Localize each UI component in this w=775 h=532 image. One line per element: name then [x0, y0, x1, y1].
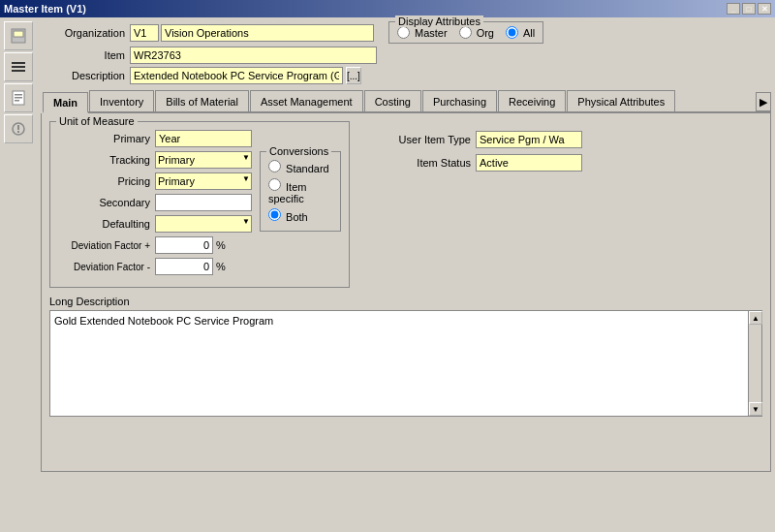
window-title: Master Item (V1): [4, 3, 86, 15]
user-item-type-label: User Item Type: [388, 134, 476, 145]
radio-org-label: Org: [477, 27, 494, 39]
item-status-row: Item Status: [388, 154, 582, 172]
uom-legend: Unit of Measure: [56, 115, 138, 127]
svg-rect-1: [14, 31, 23, 37]
svg-rect-4: [12, 70, 25, 72]
svg-rect-3: [12, 66, 25, 68]
desc-input[interactable]: [130, 67, 343, 84]
display-attrs-legend: Display Attributes: [395, 16, 483, 27]
secondary-input[interactable]: [155, 194, 252, 211]
radio-master-group: Master: [397, 26, 448, 39]
tab-receiving[interactable]: Receiving: [498, 90, 566, 111]
tab-purchasing[interactable]: Purchasing: [422, 90, 497, 111]
tab-asset-mgmt[interactable]: Asset Management: [250, 90, 363, 111]
toolbar-btn-2[interactable]: [4, 52, 33, 81]
dev-plus-row: Deviation Factor + %: [58, 236, 252, 254]
radio-both[interactable]: [268, 208, 281, 221]
svg-rect-11: [17, 131, 19, 133]
primary-input[interactable]: [155, 130, 252, 147]
tab-inventory[interactable]: Inventory: [89, 90, 154, 111]
dev-minus-row: Deviation Factor - %: [58, 258, 252, 275]
restore-btn[interactable]: □: [742, 3, 756, 15]
item-input[interactable]: [130, 47, 377, 64]
desc-label: Description: [43, 70, 130, 81]
radio-master[interactable]: [397, 26, 410, 39]
toolbar: [4, 21, 39, 143]
long-desc-text[interactable]: Gold Extended Notebook PC Service Progra…: [50, 311, 748, 416]
long-desc-label: Long Description: [49, 296, 762, 307]
secondary-label: Secondary: [58, 197, 155, 208]
radio-both-label: Both: [286, 211, 308, 223]
scrollbar-vertical[interactable]: ▲ ▼: [748, 311, 761, 416]
item-status-label: Item Status: [388, 157, 476, 169]
defaulting-row: Defaulting: [58, 215, 252, 233]
user-item-type-input[interactable]: [476, 131, 582, 148]
uom-box: Unit of Measure Primary Tracking: [49, 121, 350, 288]
item-label: Item: [43, 49, 130, 61]
tab-main[interactable]: Main: [43, 92, 88, 113]
user-item-type-row: User Item Type: [388, 131, 582, 148]
radio-item-specific[interactable]: [268, 178, 281, 191]
conversions-box: Conversions Standard Item specific: [260, 151, 341, 232]
radio-standard[interactable]: [268, 160, 281, 172]
radio-all[interactable]: [506, 26, 518, 39]
tracking-label: Tracking: [58, 154, 155, 166]
dev-minus-input[interactable]: [155, 258, 213, 275]
dev-plus-label: Deviation Factor +: [58, 240, 155, 251]
conv-item-specific-row: Item specific: [268, 178, 332, 204]
item-status-input[interactable]: [476, 154, 582, 172]
conv-both-row: Both: [268, 208, 332, 223]
defaulting-select-wrapper[interactable]: [155, 215, 252, 233]
conv-standard-row: Standard: [268, 160, 332, 174]
tabs-container: Main Inventory Bills of Material Asset M…: [43, 90, 771, 113]
svg-rect-7: [15, 97, 22, 99]
toolbar-btn-4[interactable]: [4, 114, 33, 143]
title-bar: Master Item (V1) _ □ ✕: [0, 0, 775, 17]
org-row: Organization Display Attributes Master O…: [43, 21, 771, 44]
defaulting-select[interactable]: [155, 215, 252, 233]
dev-plus-percent: %: [216, 239, 226, 251]
tracking-select-wrapper[interactable]: Primary: [155, 151, 252, 169]
pricing-label: Pricing: [58, 175, 155, 187]
tracking-select[interactable]: Primary: [155, 151, 252, 169]
tracking-row: Tracking Primary: [58, 151, 252, 169]
tab-physical[interactable]: Physical Attributes: [567, 90, 675, 111]
radio-all-group: All: [506, 26, 535, 39]
close-btn[interactable]: ✕: [758, 3, 771, 15]
long-desc-container: Gold Extended Notebook PC Service Progra…: [49, 310, 762, 417]
dev-minus-label: Deviation Factor -: [58, 262, 155, 272]
pricing-select[interactable]: Primary: [155, 172, 252, 190]
dev-minus-percent: %: [216, 261, 226, 272]
conversions-legend: Conversions: [266, 145, 331, 157]
scroll-up-btn[interactable]: ▲: [749, 311, 762, 325]
long-desc-section: Long Description Gold Extended Notebook …: [49, 296, 762, 417]
tab-bom[interactable]: Bills of Material: [155, 90, 249, 111]
title-controls[interactable]: _ □ ✕: [727, 3, 771, 15]
pricing-row: Pricing Primary: [58, 172, 252, 190]
org-label: Organization: [43, 27, 130, 39]
dev-plus-input[interactable]: [155, 236, 213, 254]
desc-row: Description [...]: [43, 67, 771, 84]
scroll-track: [749, 325, 761, 402]
toolbar-btn-3[interactable]: [4, 83, 33, 112]
tab-costing[interactable]: Costing: [364, 90, 421, 111]
tab-scroll-arrow[interactable]: ▶: [756, 92, 771, 111]
tab-content-main: Unit of Measure Primary Tracking: [41, 113, 771, 472]
secondary-row: Secondary: [58, 194, 252, 211]
main-content: Organization Display Attributes Master O…: [41, 21, 771, 472]
svg-rect-2: [12, 62, 25, 64]
scroll-down-btn[interactable]: ▼: [749, 402, 762, 416]
item-row: Item: [43, 47, 771, 64]
primary-label: Primary: [58, 133, 155, 144]
radio-all-label: All: [523, 27, 535, 39]
desc-btn[interactable]: [...]: [346, 67, 361, 84]
window-body: Organization Display Attributes Master O…: [0, 17, 775, 532]
radio-standard-label: Standard: [286, 163, 329, 174]
org-name-input[interactable]: [161, 24, 374, 42]
radio-org[interactable]: [459, 26, 472, 39]
right-section: User Item Type Item Status: [369, 131, 582, 177]
minimize-btn[interactable]: _: [727, 3, 740, 15]
pricing-select-wrapper[interactable]: Primary: [155, 172, 252, 190]
toolbar-btn-1[interactable]: [4, 21, 33, 50]
org-code-input[interactable]: [130, 24, 159, 42]
